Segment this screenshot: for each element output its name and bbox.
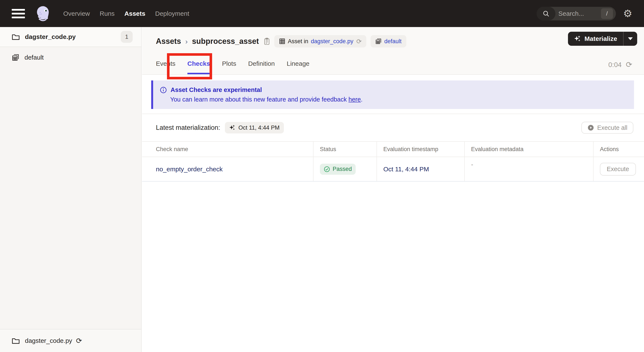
materialize-label: Materialize xyxy=(584,35,617,42)
search-icon xyxy=(537,7,556,20)
nav-item-deployment[interactable]: Deployment xyxy=(155,10,189,17)
refresh-icon[interactable]: ⟳ xyxy=(626,60,632,69)
asset-group-icon xyxy=(375,38,382,44)
asset-in-label: Asset in xyxy=(288,38,308,45)
banner-body: You can learn more about this new featur… xyxy=(170,96,634,103)
latest-materialization-badge[interactable]: Oct 11, 4:44 PM xyxy=(225,122,284,133)
sidebar-item-dagster-code[interactable]: dagster_code.py 1 xyxy=(0,27,141,47)
dagster-logo-icon[interactable] xyxy=(34,4,53,23)
nav-item-runs[interactable]: Runs xyxy=(100,10,114,17)
execute-button[interactable]: Execute xyxy=(600,163,636,176)
hamburger-menu-icon[interactable] xyxy=(12,9,25,18)
refresh-definition-icon[interactable]: ⟳ xyxy=(356,38,362,45)
banner-body-text: You can learn more about this new featur… xyxy=(170,96,348,103)
col-evaluation-timestamp: Evaluation timestamp xyxy=(376,142,464,157)
latest-materialization-label: Latest materialization: xyxy=(156,124,220,131)
code-location-link[interactable]: dagster_code.py xyxy=(311,38,354,45)
reload-code-location-icon[interactable]: ⟳ xyxy=(76,337,82,345)
check-name-link[interactable]: no_empty_order_check xyxy=(156,166,223,173)
folder-icon xyxy=(12,337,20,344)
search-box[interactable]: / xyxy=(537,7,616,20)
table-row: no_empty_order_check Passed Oct 11, 4:44… xyxy=(142,157,644,182)
banner-title: Asset Checks are experimental xyxy=(170,86,262,93)
tab-lineage[interactable]: Lineage xyxy=(287,60,310,74)
top-navbar: Overview Runs Assets Deployment / ⚙ xyxy=(0,0,644,27)
asset-group-icon xyxy=(12,54,20,61)
sidebar-item-label: default xyxy=(24,54,44,61)
tab-checks[interactable]: Checks xyxy=(188,60,210,74)
refresh-status: 0:04 ⟳ xyxy=(608,60,632,69)
col-check-name: Check name xyxy=(142,142,313,157)
copy-asset-name-icon[interactable] xyxy=(264,37,270,45)
sparkles-icon xyxy=(229,124,236,131)
materialize-button-group: Materialize xyxy=(568,32,637,46)
asset-sidebar: dagster_code.py 1 default dagster_code.p… xyxy=(0,27,142,352)
status-badge: Passed xyxy=(320,164,356,175)
play-circle-icon xyxy=(587,124,594,131)
latest-materialization-row: Latest materialization: Oct 11, 4:44 PM … xyxy=(142,114,644,141)
evaluation-metadata-value: - xyxy=(471,157,473,168)
tab-definition[interactable]: Definition xyxy=(248,60,275,74)
search-input[interactable] xyxy=(558,10,597,17)
asset-tabs: Events Checks Plots Definition Lineage xyxy=(156,60,310,74)
checks-table: Check name Status Evaluation timestamp E… xyxy=(142,141,644,182)
sidebar-item-label: dagster_code.py xyxy=(25,33,76,40)
tab-plots[interactable]: Plots xyxy=(222,60,236,74)
latest-materialization-timestamp: Oct 11, 4:44 PM xyxy=(238,124,280,131)
asset-definition-badge[interactable]: Asset in dagster_code.py ⟳ xyxy=(274,35,366,47)
chevron-down-icon xyxy=(628,37,633,41)
nav-item-overview[interactable]: Overview xyxy=(63,10,90,17)
page-title: subprocess_asset xyxy=(192,37,259,46)
sparkles-icon xyxy=(574,35,581,42)
col-actions: Actions xyxy=(593,142,644,157)
nav-menu: Overview Runs Assets Deployment xyxy=(63,10,189,17)
group-link[interactable]: default xyxy=(384,38,402,45)
table-header-row: Check name Status Evaluation timestamp E… xyxy=(142,141,644,157)
asset-count-badge: 1 xyxy=(121,31,133,43)
breadcrumb-assets-link[interactable]: Assets xyxy=(156,37,181,46)
execute-all-label: Execute all xyxy=(597,124,628,131)
col-status: Status xyxy=(313,142,376,157)
main-content: Assets › subprocess_asset Ass xyxy=(142,27,644,352)
execute-all-button[interactable]: Execute all xyxy=(582,122,633,134)
sidebar-footer-code-location: dagster_code.py ⟳ xyxy=(0,329,141,352)
col-evaluation-metadata: Evaluation metadata xyxy=(464,142,593,157)
info-icon xyxy=(160,87,167,93)
feedback-link[interactable]: here xyxy=(348,96,361,103)
folder-icon xyxy=(12,33,20,40)
evaluation-timestamp-link[interactable]: Oct 11, 4:44 PM xyxy=(383,166,429,173)
refresh-countdown: 0:04 xyxy=(608,61,622,69)
sidebar-item-default-group[interactable]: default xyxy=(0,49,141,66)
experimental-banner: Asset Checks are experimental You can le… xyxy=(151,80,634,109)
search-shortcut-key: / xyxy=(601,8,613,19)
banner-body-suffix: . xyxy=(361,96,362,103)
breadcrumb-separator: › xyxy=(185,37,188,45)
asset-table-icon xyxy=(279,38,285,44)
asset-group-badge[interactable]: default xyxy=(370,35,406,47)
nav-item-assets[interactable]: Assets xyxy=(124,10,145,17)
status-label: Passed xyxy=(333,166,352,172)
gear-icon[interactable]: ⚙ xyxy=(623,8,632,19)
asset-page-header: Assets › subprocess_asset Ass xyxy=(142,27,644,75)
check-circle-icon xyxy=(324,166,330,172)
tab-events[interactable]: Events xyxy=(156,60,176,74)
code-location-label: dagster_code.py xyxy=(25,337,72,344)
materialize-button[interactable]: Materialize xyxy=(568,35,623,42)
materialize-dropdown-button[interactable] xyxy=(624,32,637,46)
